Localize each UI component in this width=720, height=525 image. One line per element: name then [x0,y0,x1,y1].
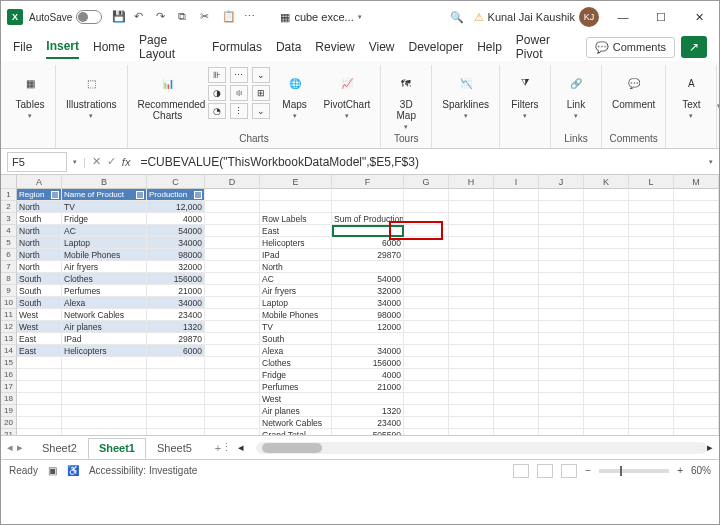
cell[interactable] [147,417,205,429]
cell[interactable] [494,429,539,435]
cell[interactable] [494,201,539,213]
cell[interactable]: Perfumes [260,381,332,393]
cell[interactable] [629,345,674,357]
tab-review[interactable]: Review [315,36,354,58]
cell[interactable]: South [17,213,62,225]
cell[interactable]: North [17,249,62,261]
cell[interactable]: 34000 [332,345,404,357]
cell[interactable] [584,237,629,249]
cell[interactable] [584,345,629,357]
cell[interactable] [449,249,494,261]
sheet-tab-sheet5[interactable]: Sheet5 [146,438,203,458]
cell[interactable] [629,297,674,309]
cell[interactable] [494,369,539,381]
row-header-11[interactable]: 11 [1,309,17,321]
cell[interactable] [674,381,719,393]
undo-icon[interactable]: ↶ [134,10,148,24]
cell[interactable]: 4000 [332,369,404,381]
cell[interactable] [539,297,584,309]
cell[interactable]: East [17,333,62,345]
maximize-button[interactable]: ☐ [647,7,675,27]
cell[interactable] [494,357,539,369]
cell[interactable] [674,357,719,369]
cell[interactable] [674,429,719,435]
cell[interactable] [584,405,629,417]
cell[interactable] [205,429,260,435]
cell[interactable] [404,417,449,429]
cell[interactable] [494,417,539,429]
cell[interactable] [449,429,494,435]
cell[interactable]: Helicopters [62,345,147,357]
cell[interactable] [449,381,494,393]
cell[interactable] [494,297,539,309]
cell[interactable] [539,429,584,435]
page-layout-view-button[interactable] [537,464,553,478]
cell[interactable] [584,357,629,369]
cell[interactable]: West [17,309,62,321]
cell[interactable] [404,261,449,273]
cell[interactable] [205,417,260,429]
cell[interactable]: 21000 [147,285,205,297]
cell[interactable] [332,261,404,273]
cell[interactable] [404,333,449,345]
recommended-charts-button[interactable]: 📊 Recommended Charts [134,67,202,123]
cell[interactable] [260,201,332,213]
cell[interactable] [629,429,674,435]
sheet-nav-prev-icon[interactable]: ◂ [7,441,13,454]
cell[interactable] [494,393,539,405]
cell[interactable] [404,405,449,417]
cell[interactable] [674,273,719,285]
cell[interactable] [147,405,205,417]
filter-button[interactable] [194,191,202,199]
cell[interactable]: Alexa [260,345,332,357]
cell[interactable] [629,249,674,261]
column-header-M[interactable]: M [674,175,719,189]
cell[interactable] [539,189,584,201]
cell[interactable]: Row Labels [260,213,332,225]
column-header-B[interactable]: B [62,175,147,189]
column-header-K[interactable]: K [584,175,629,189]
cell[interactable] [629,225,674,237]
cell[interactable] [147,429,205,435]
cell[interactable] [584,261,629,273]
cell[interactable]: 54000 [147,225,205,237]
cell[interactable]: North [260,261,332,273]
cell[interactable] [629,321,674,333]
cell[interactable]: North [17,261,62,273]
cell[interactable] [674,393,719,405]
cell[interactable] [584,309,629,321]
text-button[interactable]: A Text ▾ [672,67,710,122]
cell[interactable] [539,225,584,237]
cell[interactable] [494,213,539,225]
cell[interactable]: 505590 [332,429,404,435]
cell[interactable] [584,189,629,201]
cell[interactable] [674,285,719,297]
cell[interactable]: IPad [260,249,332,261]
chart-type-2[interactable]: ⋯ [230,67,248,83]
row-header-12[interactable]: 12 [1,321,17,333]
cell[interactable] [494,285,539,297]
cell[interactable]: North [17,225,62,237]
scroll-left-icon[interactable]: ◂ [238,441,244,454]
cell[interactable]: North [17,201,62,213]
sheet-tab-sheet1[interactable]: Sheet1 [88,438,146,459]
cell[interactable] [449,309,494,321]
cell[interactable] [62,369,147,381]
cell[interactable] [449,333,494,345]
cell[interactable] [404,369,449,381]
tab-view[interactable]: View [369,36,395,58]
cell[interactable] [629,417,674,429]
spreadsheet-grid[interactable]: 123456789101112131415161718192021 ABCDEF… [1,175,719,435]
cell[interactable]: East [260,225,332,237]
fx-icon[interactable]: fx [122,156,131,168]
share-button[interactable]: ↗ [681,36,707,58]
tables-button[interactable]: ▦ Tables ▾ [11,67,49,122]
row-header-17[interactable]: 17 [1,381,17,393]
redo-icon[interactable]: ↷ [156,10,170,24]
cell[interactable] [584,393,629,405]
accessibility-label[interactable]: Accessibility: Investigate [89,465,197,476]
chart-type-8[interactable]: ⋮ [230,103,248,119]
cell[interactable] [205,333,260,345]
table-header[interactable]: Production [147,189,205,201]
scroll-thumb[interactable] [262,443,322,453]
